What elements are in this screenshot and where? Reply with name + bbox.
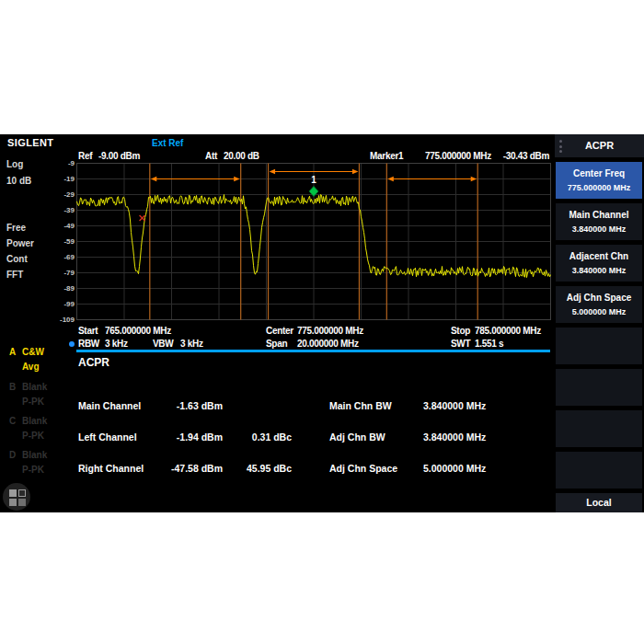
trace-a-detector: Avg — [22, 362, 40, 372]
trace-c-id: C — [9, 416, 16, 426]
softkey-empty[interactable] — [556, 328, 642, 364]
result-row-label: Left Channel — [78, 431, 137, 443]
home-grid-icon[interactable] — [3, 483, 30, 511]
trace-d-detector: P-PK — [22, 465, 44, 475]
y-axis-label: -89 — [48, 284, 75, 293]
span-label: Span — [266, 339, 287, 349]
spectrum-plot: 1 — [76, 162, 551, 321]
marker-readout-label: Marker1 — [370, 151, 403, 161]
swt-label: SWT — [451, 339, 470, 349]
trace-b-detector: P-PK — [22, 397, 44, 407]
trace-a-mode: C&W — [22, 347, 44, 357]
trigger-mode: Free — [6, 223, 26, 233]
y-axis-label: -9 — [48, 159, 75, 167]
sweep-mode: Cont — [6, 254, 28, 264]
result-row-label2: Adj Chn Space — [329, 463, 397, 474]
siglent-logo: SIGLENT — [7, 137, 53, 148]
result-row-label: Right Channel — [78, 463, 144, 474]
trace-c-mode: Blank — [22, 416, 47, 426]
result-row-label: Main Channel — [78, 400, 141, 411]
result-row-power: -47.58 dBm — [138, 463, 223, 474]
y-axis-label: -59 — [48, 237, 75, 246]
attenuation-value: 20.00 dB — [224, 151, 259, 161]
center-freq-label: Center — [266, 326, 293, 336]
y-axis-label: -109 — [48, 316, 75, 324]
softkey-empty[interactable] — [556, 369, 642, 406]
trace-b-id: B — [9, 382, 16, 392]
result-row-power: -1.63 dBm — [138, 400, 223, 411]
fft-mode: FFT — [6, 270, 23, 280]
trace-d-mode: Blank — [22, 450, 47, 460]
marker-readout-freq: 775.000000 MHz — [425, 151, 491, 161]
result-row-label2: Main Chn BW — [329, 400, 392, 411]
softkey-empty[interactable] — [556, 452, 642, 489]
start-freq-value: 765.000000 MHz — [105, 326, 171, 336]
trace-b-mode: Blank — [22, 382, 47, 392]
softkey-adjacent-chn[interactable]: Adjacent Chn 3.840000 MHz — [556, 245, 642, 282]
analyzer-screen: SIGLENT Ext Ref Ref -9.00 dBm Att 20.00 … — [0, 134, 644, 512]
ref-level-label: Ref — [78, 151, 92, 161]
trace-c-detector: P-PK — [22, 431, 44, 441]
softkey-main-channel[interactable]: Main Channel 3.840000 MHz — [556, 203, 642, 240]
start-freq-label: Start — [78, 326, 98, 336]
rbw-value: 3 kHz — [105, 339, 128, 349]
center-freq-value: 775.000000 MHz — [297, 326, 363, 336]
result-row-ratio: 0.31 dBc — [227, 431, 292, 443]
trace-a-id: A — [9, 347, 16, 357]
menu-header: ACPR — [555, 134, 644, 157]
svg-text:1: 1 — [311, 175, 316, 185]
stop-freq-label: Stop — [451, 326, 470, 336]
vbw-label: VBW — [153, 339, 173, 349]
result-row-value2: 3.840000 MHz — [423, 400, 486, 411]
softkey-empty[interactable] — [556, 410, 642, 447]
softkey-menu: ACPR Center Freq 775.000000 MHz Main Cha… — [555, 134, 644, 512]
result-row-power: -1.94 dBm — [138, 431, 223, 443]
y-axis-label: -49 — [48, 222, 75, 230]
result-row-value2: 5.000000 MHz — [423, 463, 486, 474]
span-value: 20.000000 MHz — [297, 339, 359, 349]
ref-level-value: -9.00 dBm — [98, 151, 140, 161]
local-button[interactable]: Local — [556, 493, 642, 512]
y-axis-label: -69 — [48, 253, 75, 261]
marker-readout-level: -30.43 dBm — [494, 151, 549, 161]
scale-per-div: 10 dB — [6, 176, 31, 186]
rbw-bullet-icon — [69, 341, 75, 347]
section-divider-line — [76, 350, 550, 352]
y-axis-label: -19 — [48, 175, 75, 183]
menu-title: ACPR — [555, 140, 644, 151]
trace-d-id: D — [9, 450, 16, 460]
results-title: ACPR — [78, 356, 109, 369]
y-axis-label: -79 — [48, 269, 75, 277]
ext-ref-status: Ext Ref — [152, 138, 183, 148]
vbw-value: 3 kHz — [180, 339, 203, 349]
y-axis-label: -39 — [48, 206, 75, 214]
power-mode: Power — [6, 238, 34, 248]
attenuation-label: Att — [205, 151, 217, 161]
y-axis-label: -99 — [48, 300, 75, 308]
stop-freq-value: 785.000000 MHz — [475, 326, 541, 336]
softkey-adj-chn-space[interactable]: Adj Chn Space 5.000000 MHz — [556, 286, 642, 323]
softkey-center-freq[interactable]: Center Freq 775.000000 MHz — [556, 162, 642, 199]
amplitude-scale-type: Log — [6, 159, 23, 169]
result-row-ratio: 45.95 dBc — [227, 463, 292, 474]
y-axis-label: -29 — [48, 190, 75, 199]
result-row-value2: 3.840000 MHz — [423, 431, 486, 443]
result-row-label2: Adj Chn BW — [329, 431, 385, 443]
swt-value: 1.551 s — [475, 339, 503, 349]
rbw-label: RBW — [78, 339, 99, 349]
